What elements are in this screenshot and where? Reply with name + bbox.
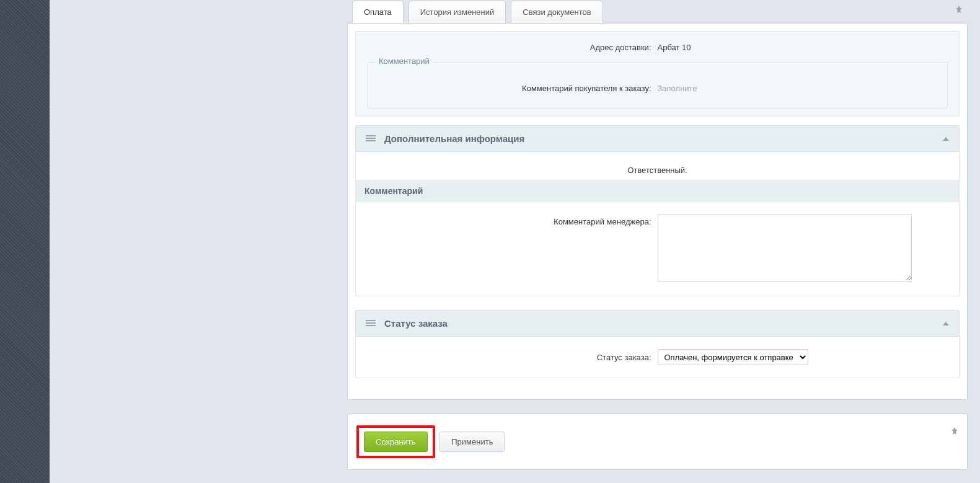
collapse-icon[interactable] [943,137,949,141]
order-status-label: Статус заказа: [364,353,658,362]
drag-handle-icon[interactable] [366,135,376,143]
extra-info-block: Дополнительная информация Ответственный:… [355,125,960,296]
delivery-section: Адрес доставки: Арбат 10 Комментарий Ком… [355,31,960,117]
address-value: Арбат 10 [658,43,948,52]
save-button[interactable]: Сохранить [364,432,428,452]
main-panel: Адрес доставки: Арбат 10 Комментарий Ком… [347,23,968,400]
manager-comment-textarea[interactable] [658,215,912,281]
address-label: Адрес доставки: [367,43,658,52]
actions-panel: Сохранить Применить [347,414,968,470]
order-status-header[interactable]: Статус заказа [355,310,960,337]
collapse-icon[interactable] [943,322,949,326]
order-status-select[interactable]: Оплачен, формируется к отправке [658,349,808,365]
pin-icon[interactable] [954,5,964,15]
drag-handle-icon[interactable] [366,320,376,327]
tab-docs[interactable]: Связи документов [511,1,603,24]
save-highlight: Сохранить [356,425,435,458]
pin-icon[interactable] [950,427,960,436]
comment-subheading: Комментарий [356,180,959,202]
tabs-row: Оплата История изменений Связи документо… [347,0,968,23]
left-stripe [0,0,50,483]
responsible-label: Ответственный: [364,161,950,180]
order-status-block: Статус заказа Статус заказа: Оплачен, фо… [355,310,960,378]
buyer-comment-label: Комментарий покупателя к заказу: [375,84,658,93]
tab-payment[interactable]: Оплата [352,1,404,24]
buyer-comment-input[interactable]: Заполните [658,84,940,93]
manager-comment-label: Комментарий менеджера: [364,215,658,226]
tab-history[interactable]: История изменений [408,1,506,24]
footer: 1С-Битрикс: Управление сайтом 20.0.650. … [347,470,968,483]
extra-info-header[interactable]: Дополнительная информация [355,125,960,152]
extra-info-title: Дополнительная информация [384,133,943,144]
apply-button[interactable]: Применить [439,432,505,452]
buyer-comment-group: Комментарий Комментарий покупателя к зак… [367,62,948,109]
order-status-title: Статус заказа [384,318,943,329]
buyer-comment-legend: Комментарий [375,56,433,66]
